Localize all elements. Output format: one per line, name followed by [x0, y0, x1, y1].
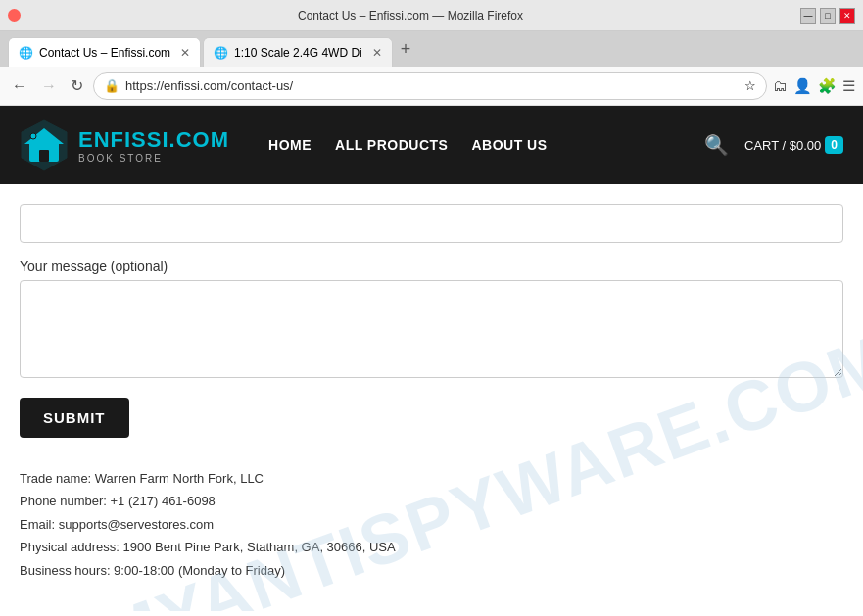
logo-icon	[20, 118, 69, 172]
bookmark-icon[interactable]: ☆	[744, 78, 756, 93]
window-controls: ✕	[8, 9, 21, 22]
minimize-button[interactable]: —	[800, 8, 816, 24]
page-content: MYANTISPYWARE.COM Your message (optional…	[0, 184, 863, 611]
browser-title: Contact Us – Enfissi.com — Mozilla Firef…	[21, 9, 800, 23]
security-icon: 🔒	[104, 78, 120, 93]
pocket-icon[interactable]: 🗂	[773, 77, 788, 94]
url-text: https://enfissi.com/contact-us/	[125, 78, 739, 93]
address: Physical address: 1900 Bent Pine Park, S…	[20, 536, 843, 558]
above-input[interactable]	[20, 204, 843, 243]
window-buttons: — □ ✕	[800, 8, 855, 24]
maximize-button[interactable]: □	[820, 8, 836, 24]
footer-info: Trade name: Warren Farm North Fork, LLC …	[20, 467, 843, 582]
profile-icon[interactable]: 👤	[793, 77, 812, 95]
logo-text-area: ENFISSI.COM BOOK STORE	[78, 127, 229, 164]
menu-icon[interactable]: ☰	[842, 77, 855, 95]
tab-contact-us[interactable]: 🌐 Contact Us – Enfissi.com ✕	[8, 37, 201, 67]
submit-button[interactable]: SUBMIT	[20, 398, 129, 438]
tab-favicon-2: 🌐	[214, 46, 228, 60]
nav-all-products[interactable]: ALL PRODUCTS	[335, 137, 448, 153]
tab-scale[interactable]: 🌐 1:10 Scale 2.4G 4WD Di ✕	[203, 37, 393, 67]
logo-name: ENFISSI.COM	[78, 127, 229, 153]
forward-button[interactable]: →	[37, 75, 61, 97]
search-button[interactable]: 🔍	[704, 133, 729, 157]
logo-subtitle: BOOK STORE	[78, 153, 229, 164]
url-bar[interactable]: 🔒 https://enfissi.com/contact-us/ ☆	[93, 72, 767, 100]
svg-rect-3	[39, 150, 49, 162]
tab-close-button-2[interactable]: ✕	[372, 46, 382, 60]
new-tab-button[interactable]: +	[395, 39, 417, 60]
back-button[interactable]: ←	[8, 75, 31, 97]
cart-badge: 0	[825, 136, 843, 154]
logo-area[interactable]: ENFISSI.COM BOOK STORE	[20, 118, 229, 172]
tab-bar: 🌐 Contact Us – Enfissi.com ✕ 🌐 1:10 Scal…	[0, 31, 863, 67]
svg-point-4	[30, 133, 36, 139]
tab-close-button[interactable]: ✕	[180, 46, 190, 60]
trade-name: Trade name: Warren Farm North Fork, LLC	[20, 467, 843, 490]
hours: Business hours: 9:00-18:00 (Monday to Fr…	[20, 559, 843, 582]
phone: Phone number: +1 (217) 461-6098	[20, 490, 843, 512]
nav-bar: ← → ↻ 🔒 https://enfissi.com/contact-us/ …	[0, 67, 863, 106]
close-window-button[interactable]: ✕	[8, 9, 21, 22]
nav-home[interactable]: HOME	[268, 137, 312, 153]
tab-favicon: 🌐	[19, 46, 33, 60]
nav-about-us[interactable]: ABOUT US	[471, 137, 547, 153]
site-header: ENFISSI.COM BOOK STORE HOME ALL PRODUCTS…	[0, 106, 863, 184]
site-nav: HOME ALL PRODUCTS ABOUT US	[268, 137, 704, 153]
message-textarea[interactable]	[20, 280, 843, 378]
form-section: MYANTISPYWARE.COM Your message (optional…	[20, 204, 843, 438]
close-button[interactable]: ✕	[839, 8, 855, 24]
tab-label-2: 1:10 Scale 2.4G 4WD Di	[234, 46, 362, 60]
cart-label: CART / $0.00	[744, 138, 821, 153]
tab-label: Contact Us – Enfissi.com	[39, 46, 170, 60]
header-right: 🔍 CART / $0.00 0	[704, 133, 843, 157]
nav-icons-right: 🗂 👤 🧩 ☰	[773, 77, 855, 95]
browser-title-bar: ✕ Contact Us – Enfissi.com — Mozilla Fir…	[0, 0, 863, 31]
reload-button[interactable]: ↻	[67, 74, 87, 97]
email: Email: supports@servestores.com	[20, 513, 843, 536]
cart-button[interactable]: CART / $0.00 0	[744, 136, 843, 154]
message-label: Your message (optional)	[20, 259, 843, 274]
extensions-icon[interactable]: 🧩	[818, 77, 837, 95]
